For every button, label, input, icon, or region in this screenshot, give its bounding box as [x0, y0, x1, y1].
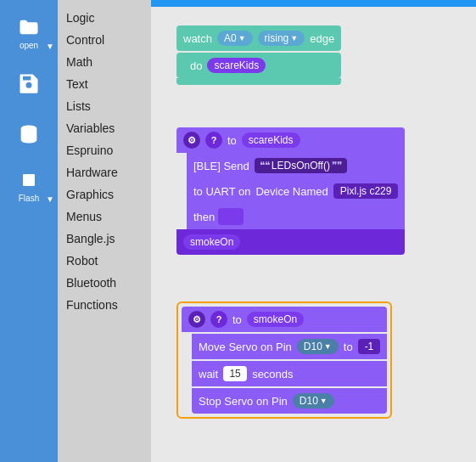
smokeon-to-label: to [232, 313, 242, 326]
sidebar-icons: open ▼ Flash ▼ [0, 0, 58, 462]
watch-keyword: watch [183, 32, 212, 45]
workspace: watch A0 ▼ rising ▼ edge do scareKids ⚙ … [151, 0, 476, 462]
quote-close: ❞❞ [332, 160, 342, 172]
sidebar-database-button[interactable] [0, 109, 58, 160]
move-servo-row[interactable]: Move Servo on Pin D10 ▼ to -1 [192, 334, 387, 359]
category-menu: Logic Control Math Text Lists Variables … [58, 0, 151, 462]
pin1-arrow: ▼ [324, 342, 332, 351]
category-hardware[interactable]: Hardware [58, 161, 151, 183]
scarekids-name-pill: scareKids [242, 132, 300, 148]
pin2-dropdown[interactable]: D10 ▼ [293, 393, 334, 408]
category-functions[interactable]: Functions [58, 294, 151, 316]
smokeon-question-icon: ? [210, 311, 227, 328]
chip-icon [17, 168, 41, 192]
watch-block-cap [176, 78, 341, 85]
category-variables[interactable]: Variables [58, 117, 151, 139]
flash-chevron: ▼ [46, 194, 54, 204]
value-content: -1 [365, 341, 374, 352]
value-pill: -1 [358, 339, 381, 354]
flash-label: Flash [19, 194, 39, 203]
stop-servo-row[interactable]: Stop Servo on Pin D10 ▼ [192, 388, 387, 414]
edge-dropdown[interactable]: rising ▼ [258, 31, 305, 46]
open-chevron: ▼ [46, 42, 54, 51]
gear-icon: ⚙ [183, 132, 200, 149]
pin-dropdown[interactable]: A0 ▼ [217, 31, 253, 46]
pin2-value: D10 [300, 395, 318, 407]
to-uart-row[interactable]: to UART on Device Named Pixl.js c229 [187, 178, 405, 204]
then-slot [218, 208, 244, 225]
then-row: then [187, 204, 405, 229]
scarekids-action-label: scareKids [214, 59, 259, 71]
to-uart-label: to UART on [193, 185, 250, 198]
scarekids-function-block: ⚙ ? to scareKids [BLE] Send ❝❝ LEDsOnOff… [176, 127, 405, 255]
stop-servo-label: Stop Servo on Pin [199, 395, 288, 408]
device-named-label: Device Named [255, 185, 328, 198]
category-bluetooth[interactable]: Bluetooth [58, 272, 151, 294]
seconds-label: seconds [252, 368, 293, 380]
smokeon-name-pill: smokeOn [247, 312, 304, 327]
seconds-value: 15 [229, 368, 240, 380]
folder-icon [17, 15, 41, 39]
database-icon [17, 122, 41, 146]
to-label2: to [344, 341, 353, 353]
wait-row[interactable]: wait 15 seconds [192, 361, 387, 386]
do-label: do [190, 59, 202, 72]
string-value-pill: ❝❝ LEDsOnOff() ❞❞ [255, 158, 347, 173]
seconds-value-pill[interactable]: 15 [223, 366, 247, 381]
category-robot[interactable]: Robot [58, 250, 151, 272]
scarekids-action[interactable]: scareKids [207, 58, 266, 73]
edge-value: rising [265, 32, 289, 44]
open-label: open [20, 41, 38, 50]
pin-value: A0 [224, 32, 237, 44]
sidebar-save-button[interactable] [0, 58, 58, 109]
category-logic[interactable]: Logic [58, 7, 151, 29]
pin1-value: D10 [304, 341, 322, 352]
smokeon-call-label: smokeOn [190, 236, 233, 248]
device-value: Pixl.js c229 [340, 185, 392, 197]
ble-send-row[interactable]: [BLE] Send ❝❝ LEDsOnOff() ❞❞ [187, 153, 405, 178]
category-espruino[interactable]: Espruino [58, 139, 151, 161]
smokeon-call-pill: smokeOn [183, 234, 240, 250]
edge-arrow: ▼ [290, 34, 298, 42]
smokeon-header[interactable]: ⚙ ? to smokeOn [182, 307, 387, 332]
scarekids-header[interactable]: ⚙ ? to scareKids [176, 127, 405, 153]
sidebar-open-button[interactable]: open ▼ [0, 7, 58, 58]
category-math[interactable]: Math [58, 51, 151, 73]
category-control[interactable]: Control [58, 29, 151, 51]
pin2-arrow: ▼ [320, 397, 328, 405]
category-banglejs[interactable]: Bangle.js [58, 228, 151, 250]
watch-block[interactable]: watch A0 ▼ rising ▼ edge [176, 25, 341, 51]
svg-rect-1 [23, 174, 35, 186]
save-icon [17, 71, 41, 95]
top-bar [151, 0, 476, 7]
category-menus[interactable]: Menus [58, 206, 151, 228]
smokeon-name: smokeOn [254, 313, 297, 325]
category-graphics[interactable]: Graphics [58, 183, 151, 206]
category-text[interactable]: Text [58, 73, 151, 95]
wait-label: wait [199, 368, 218, 380]
question-icon: ? [205, 132, 222, 149]
category-lists[interactable]: Lists [58, 95, 151, 117]
string-content: LEDsOnOff() [272, 160, 330, 172]
pin-arrow: ▼ [238, 34, 246, 42]
pin1-dropdown[interactable]: D10 ▼ [297, 339, 339, 354]
scarekids-name: scareKids [249, 134, 294, 146]
move-servo-label: Move Servo on Pin [199, 341, 292, 353]
smokeon-gear-icon: ⚙ [188, 311, 205, 328]
quote-open: ❝❝ [260, 160, 270, 172]
ble-send-label: [BLE] Send [193, 160, 249, 172]
device-value-pill: Pixl.js c229 [333, 183, 399, 199]
edge-suffix: edge [310, 32, 334, 45]
smokeon-call-row[interactable]: smokeOn [176, 229, 405, 255]
smokeon-function-block: ⚙ ? to smokeOn Move Servo on Pin D10 ▼ t… [176, 301, 392, 419]
then-label: then [193, 211, 215, 223]
do-block: do scareKids [176, 53, 341, 78]
watch-block-group: watch A0 ▼ rising ▼ edge do scareKids [176, 25, 341, 85]
to-label: to [227, 134, 237, 147]
sidebar-flash-button[interactable]: Flash ▼ [0, 160, 58, 211]
